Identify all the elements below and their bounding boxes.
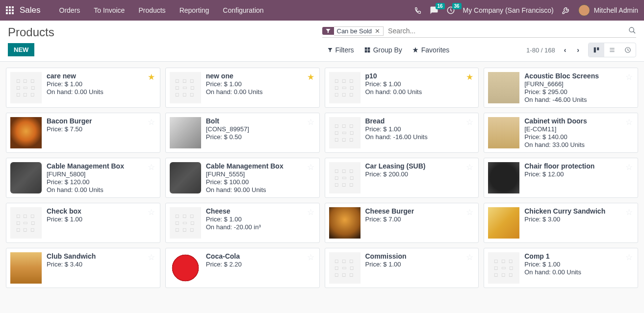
favorite-star-icon[interactable]: ☆ (625, 207, 633, 217)
search-input[interactable] (386, 25, 628, 36)
product-card[interactable]: Chair floor protectionPrice: $ 12.00 ☆ (484, 158, 638, 198)
product-card[interactable]: BreadPrice: $ 1.00On hand: -16.00 Units … (325, 113, 479, 153)
product-name: Cable Management Box (47, 162, 156, 170)
menu-orders[interactable]: Orders (52, 0, 87, 21)
product-name: Comp 1 (524, 252, 634, 260)
apps-menu-icon[interactable] (6, 6, 14, 14)
svg-point-1 (629, 27, 634, 32)
favorite-star-icon[interactable]: ☆ (466, 252, 473, 263)
product-name: Cheese Burger (365, 207, 475, 215)
product-name: Commission (365, 252, 475, 260)
pager-next-icon[interactable]: › (575, 45, 581, 55)
favorite-star-icon[interactable]: ★ (307, 72, 314, 82)
favorite-star-icon[interactable]: ☆ (148, 207, 155, 217)
menu-to-invoice[interactable]: To Invoice (87, 0, 131, 21)
groupby-label: Group By (373, 46, 402, 54)
favorite-star-icon[interactable]: ☆ (307, 117, 314, 127)
menu-products[interactable]: Products (131, 0, 172, 21)
product-card[interactable]: new onePrice: $ 1.00On hand: 0.00 Units … (165, 68, 320, 108)
favorite-star-icon[interactable]: ☆ (625, 252, 633, 263)
product-ref: [FURN_5555] (206, 170, 315, 178)
favorites-button[interactable]: Favorites (407, 44, 455, 56)
favorite-star-icon[interactable]: ★ (148, 72, 155, 82)
product-thumb (10, 252, 42, 284)
favorite-star-icon[interactable]: ☆ (148, 252, 155, 263)
product-card[interactable]: Car Leasing (SUB)Price: $ 200.00 ☆ (325, 158, 479, 198)
product-card[interactable]: care newPrice: $ 1.00On hand: 0.00 Units… (6, 68, 160, 108)
favorite-star-icon[interactable]: ☆ (625, 72, 633, 82)
control-panel: Products NEW Can be Sold ✕ Filters Gr (0, 21, 644, 62)
debug-icon[interactable] (562, 6, 570, 15)
product-card[interactable]: Chicken Curry SandwichPrice: $ 3.00 ☆ (484, 203, 638, 243)
facet-remove-icon[interactable]: ✕ (375, 27, 380, 35)
product-card[interactable]: CheesePrice: $ 1.00On hand: -20.00 in³ ☆ (165, 203, 320, 243)
product-card[interactable]: Bolt[CONS_89957]Price: $ 0.50 ☆ (165, 113, 320, 153)
favorite-star-icon[interactable]: ☆ (625, 117, 633, 127)
search-icon[interactable] (628, 26, 636, 36)
filter-facet-icon[interactable] (322, 27, 334, 35)
menu-reporting[interactable]: Reporting (173, 0, 216, 21)
product-card[interactable]: p10Price: $ 1.00On hand: 0.00 Units ★ (325, 68, 479, 108)
favorite-star-icon[interactable]: ☆ (466, 117, 473, 127)
product-name: Cheese (206, 207, 315, 215)
product-card[interactable]: Check boxPrice: $ 1.00 ☆ (6, 203, 160, 243)
pager-prev-icon[interactable]: ‹ (562, 45, 568, 55)
product-thumb (488, 252, 519, 284)
product-card[interactable]: Cabinet with Doors[E-COM11]Price: $ 140.… (484, 113, 638, 153)
favorite-star-icon[interactable]: ★ (466, 72, 473, 82)
product-card[interactable]: Bacon BurgerPrice: $ 7.50 ☆ (6, 113, 160, 153)
favorite-star-icon[interactable]: ☆ (307, 162, 314, 172)
kanban-view-icon[interactable] (589, 43, 604, 57)
phone-icon[interactable] (414, 6, 422, 14)
product-name: Cabinet with Doors (524, 117, 634, 125)
favorite-star-icon[interactable]: ☆ (625, 162, 633, 172)
product-card[interactable]: Cable Management Box[FURN_5800]Price: $ … (6, 158, 160, 198)
product-name: Chair floor protection (524, 162, 634, 170)
product-card[interactable]: Acoustic Bloc Screens[FURN_6666]Price: $… (484, 68, 638, 108)
product-card[interactable]: Club SandwichPrice: $ 3.40 ☆ (6, 248, 160, 288)
page-title: Products (8, 25, 322, 39)
product-name: Acoustic Bloc Screens (524, 72, 634, 80)
pager[interactable]: 1-80 / 168 (526, 47, 555, 54)
favorite-star-icon[interactable]: ☆ (148, 117, 155, 127)
product-price: Price: $ 1.00 (365, 125, 475, 133)
app-brand[interactable]: Sales (20, 5, 41, 15)
new-button[interactable]: NEW (8, 43, 34, 56)
product-card[interactable]: Cable Management Box[FURN_5555]Price: $ … (165, 158, 320, 198)
avatar (578, 4, 590, 16)
product-onhand: On hand: -16.00 Units (365, 133, 475, 141)
filters-button[interactable]: Filters (322, 44, 359, 56)
product-price: Price: $ 100.00 (206, 178, 315, 186)
favorite-star-icon[interactable]: ☆ (466, 207, 473, 217)
company-selector[interactable]: My Company (San Francisco) (463, 6, 554, 14)
product-thumb (170, 72, 201, 103)
svg-rect-3 (597, 48, 599, 50)
favorite-star-icon[interactable]: ☆ (466, 162, 473, 172)
menu-configuration[interactable]: Configuration (216, 0, 270, 21)
search-bar: Can be Sold ✕ (322, 25, 637, 38)
product-card[interactable]: Cheese BurgerPrice: $ 7.00 ☆ (325, 203, 479, 243)
favorite-star-icon[interactable]: ☆ (307, 252, 314, 263)
activities-icon[interactable]: 36 (446, 6, 455, 15)
product-name: new one (206, 72, 315, 80)
product-onhand: On hand: -20.00 in³ (206, 223, 315, 231)
favorite-star-icon[interactable]: ☆ (148, 162, 155, 172)
messages-badge: 16 (436, 3, 445, 9)
list-view-icon[interactable] (604, 43, 620, 57)
product-ref: [FURN_6666] (524, 80, 634, 88)
activity-view-icon[interactable] (620, 43, 636, 57)
product-card[interactable]: Comp 1Price: $ 1.00On hand: 0.00 Units ☆ (484, 248, 638, 288)
product-name: care new (47, 72, 156, 80)
product-thumb (10, 72, 42, 103)
product-onhand: On hand: 0.00 Units (206, 88, 315, 96)
product-thumb (488, 162, 519, 193)
product-onhand: On hand: 33.00 Units (524, 141, 634, 148)
product-thumb (10, 162, 42, 193)
groupby-button[interactable]: Group By (359, 44, 407, 56)
user-menu[interactable]: Mitchell Admin (578, 4, 638, 16)
product-card[interactable]: Coca-ColaPrice: $ 2.20 ☆ (165, 248, 320, 288)
favorite-star-icon[interactable]: ☆ (307, 207, 314, 217)
product-name: Check box (47, 207, 156, 215)
product-card[interactable]: CommissionPrice: $ 1.00 ☆ (325, 248, 479, 288)
messages-icon[interactable]: 16 (430, 6, 438, 15)
